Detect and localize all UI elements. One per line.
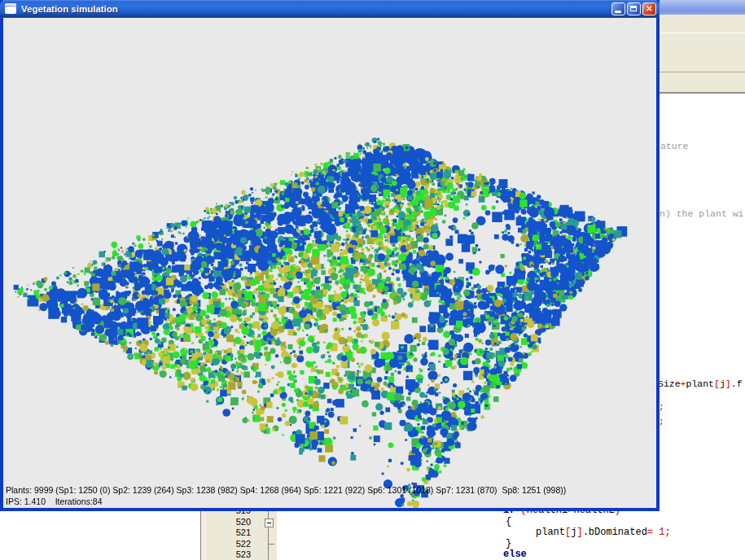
code-token: .bDominated bbox=[583, 527, 647, 538]
vegetation-simulation-window: Vegetation simulation ✕ Plants: 9999 (Sp… bbox=[0, 0, 660, 511]
code-line-523[interactable]: else bbox=[0, 549, 745, 560]
code-token: [ bbox=[714, 378, 720, 389]
titlebar[interactable]: Vegetation simulation ✕ bbox=[0, 0, 660, 18]
code-token: n) the plant wi bbox=[660, 208, 744, 219]
code-token: .f bbox=[731, 378, 743, 389]
code-line-521[interactable]: plant[j].bDominated= 1; bbox=[0, 527, 745, 539]
code-line-520[interactable]: { bbox=[0, 517, 745, 528]
simulation-viewport: Plants: 9999 (Sp1: 1250 (0) Sp2: 1239 (2… bbox=[3, 18, 656, 508]
code-token: plant bbox=[536, 527, 565, 538]
status-plants: Plants: 9999 (Sp1: 1250 (0) Sp2: 1239 (2… bbox=[6, 485, 566, 495]
close-button[interactable]: ✕ bbox=[642, 2, 656, 15]
window-icon[interactable] bbox=[5, 3, 16, 14]
code-token: ature bbox=[660, 141, 689, 151]
ide-code-panel: 519520521522523 if (Health1>Health2){pla… bbox=[0, 505, 745, 560]
code-line-522[interactable]: } bbox=[0, 539, 745, 550]
code-token: else bbox=[503, 549, 527, 560]
fold-tick bbox=[269, 544, 274, 545]
window-controls: ✕ bbox=[611, 2, 656, 15]
fold-collapse-icon[interactable] bbox=[265, 518, 274, 527]
code-fragment-semi-1: ; bbox=[659, 402, 664, 412]
code-token: 1; bbox=[659, 527, 670, 538]
code-token: ; bbox=[659, 416, 664, 427]
code-token: plant bbox=[686, 378, 715, 389]
code-fragment-semi-2: ; bbox=[659, 417, 664, 427]
maximize-button[interactable] bbox=[627, 2, 641, 15]
code-token: ] bbox=[725, 378, 731, 389]
code-token: = bbox=[647, 527, 653, 538]
code-fragment-size: Size+plant[j].f bbox=[658, 379, 743, 389]
status-ips: IPS: 1.410 Iterations:84 bbox=[6, 497, 103, 506]
code-token: } bbox=[506, 538, 511, 549]
comment-fragment-2: n) the plant wi bbox=[660, 209, 744, 219]
code-token: Size bbox=[658, 378, 681, 389]
code-token: ; bbox=[659, 401, 664, 412]
maximize-icon bbox=[630, 6, 637, 11]
comment-fragment-1: ature bbox=[660, 142, 689, 151]
simulation-canvas[interactable] bbox=[3, 18, 656, 508]
code-token: { bbox=[506, 516, 511, 527]
minimize-icon bbox=[615, 11, 621, 13]
window-title: Vegetation simulation bbox=[21, 0, 118, 18]
code-token: + bbox=[681, 378, 686, 389]
code-token: ] bbox=[576, 527, 582, 538]
code-token: j bbox=[720, 378, 725, 389]
minimize-button[interactable] bbox=[611, 2, 625, 15]
